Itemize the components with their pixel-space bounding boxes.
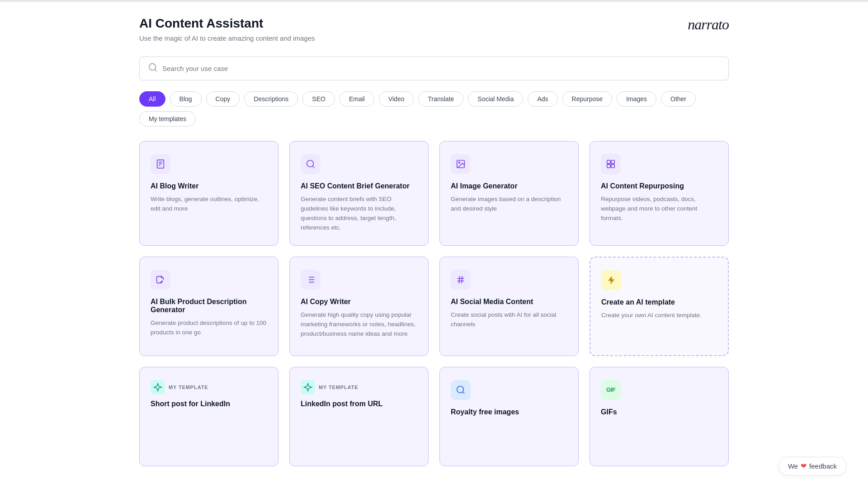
card-desc: Generate product descriptions of up to 1… bbox=[151, 319, 267, 338]
page-subtitle: Use the magic of AI to create amazing co… bbox=[139, 34, 315, 42]
filter-btn-other[interactable]: Other bbox=[661, 91, 696, 107]
card-title: AI Blog Writer bbox=[151, 182, 267, 190]
card-icon bbox=[601, 270, 621, 290]
card-1[interactable]: AI SEO Content Brief GeneratorGenerate c… bbox=[289, 141, 429, 246]
card-icon bbox=[451, 154, 471, 174]
row3-cards: MY TEMPLATE Short post for LinkedIn MY T… bbox=[139, 367, 729, 466]
card-title: AI Social Media Content bbox=[451, 298, 567, 306]
search-input[interactable] bbox=[162, 65, 720, 72]
card-title: LinkedIn post from URL bbox=[301, 400, 417, 408]
filter-btn-ads[interactable]: Ads bbox=[528, 91, 557, 107]
svg-line-25 bbox=[462, 392, 464, 394]
card-icon: GIF bbox=[601, 380, 621, 400]
filter-btn-video[interactable]: Video bbox=[379, 91, 414, 107]
my-template-label: MY TEMPLATE bbox=[169, 385, 208, 390]
svg-rect-2 bbox=[157, 160, 164, 168]
heart-icon: ❤ bbox=[801, 462, 807, 470]
my-template-badge: MY TEMPLATE bbox=[151, 380, 267, 394]
card-title: AI Content Repurposing bbox=[601, 182, 717, 190]
feedback-suffix: feedback bbox=[809, 462, 837, 470]
feedback-button[interactable]: We ❤ feedback bbox=[778, 457, 846, 475]
card-1[interactable]: AI Copy WriterGenerate high quality copy… bbox=[289, 257, 429, 356]
card-title: Short post for LinkedIn bbox=[151, 400, 267, 408]
filter-btn-blog[interactable]: Blog bbox=[170, 91, 202, 107]
card-desc: Create your own AI content template. bbox=[601, 311, 717, 320]
row1-cards: AI Blog WriterWrite blogs, generate outl… bbox=[139, 141, 729, 246]
svg-line-22 bbox=[459, 276, 460, 283]
my-template-label: MY TEMPLATE bbox=[319, 385, 359, 390]
card-title: Royalty free images bbox=[451, 408, 567, 416]
page-header: AI Content Assistant Use the magic of AI… bbox=[139, 16, 729, 42]
logo: narrato bbox=[688, 16, 729, 33]
filter-btn-copy[interactable]: Copy bbox=[206, 91, 240, 107]
svg-rect-12 bbox=[607, 164, 610, 168]
card-title: Create an AI template bbox=[601, 298, 717, 306]
template-icon bbox=[151, 380, 165, 394]
page-title: AI Content Assistant bbox=[139, 16, 315, 31]
svg-line-23 bbox=[462, 276, 462, 283]
svg-point-9 bbox=[458, 162, 460, 163]
card-desc: Repurpose videos, podcasts, docs, webpag… bbox=[601, 195, 717, 223]
card-2[interactable]: Royalty free images bbox=[439, 367, 579, 466]
card-icon bbox=[451, 380, 471, 400]
search-bar bbox=[139, 56, 729, 80]
card-3[interactable]: Create an AI templateCreate your own AI … bbox=[590, 257, 729, 356]
card-icon bbox=[151, 270, 170, 290]
filter-btn-images[interactable]: Images bbox=[617, 91, 656, 107]
svg-rect-10 bbox=[607, 160, 610, 164]
card-icon bbox=[151, 154, 170, 174]
svg-line-1 bbox=[155, 69, 156, 71]
card-title: AI Bulk Product Description Generator bbox=[151, 298, 267, 314]
card-icon bbox=[301, 270, 321, 290]
svg-point-0 bbox=[149, 64, 156, 70]
svg-point-24 bbox=[457, 386, 464, 393]
filter-btn-descriptions[interactable]: Descriptions bbox=[244, 91, 298, 107]
filter-btn-repurpose[interactable]: Repurpose bbox=[562, 91, 613, 107]
svg-rect-13 bbox=[611, 164, 614, 168]
card-title: AI Image Generator bbox=[451, 182, 567, 190]
filter-btn-email[interactable]: Email bbox=[340, 91, 374, 107]
svg-point-6 bbox=[307, 160, 314, 167]
card-2[interactable]: AI Social Media ContentCreate social pos… bbox=[439, 257, 579, 356]
row2-cards: AI Bulk Product Description GeneratorGen… bbox=[139, 257, 729, 356]
svg-line-7 bbox=[312, 166, 314, 168]
card-desc: Create social posts with AI for all soci… bbox=[451, 310, 567, 329]
card-2[interactable]: AI Image GeneratorGenerate images based … bbox=[439, 141, 579, 246]
card-1[interactable]: MY TEMPLATE LinkedIn post from URL bbox=[289, 367, 429, 466]
card-desc: Generate content briefs with SEO guideli… bbox=[301, 195, 417, 233]
card-desc: Write blogs, generate outlines, optimize… bbox=[151, 195, 267, 214]
search-icon bbox=[148, 62, 158, 75]
card-desc: Generate high quality copy using popular… bbox=[301, 310, 417, 339]
card-title: GIFs bbox=[601, 408, 717, 416]
card-icon bbox=[601, 154, 621, 174]
filter-btn-my-templates[interactable]: My templates bbox=[139, 111, 196, 127]
card-0[interactable]: AI Bulk Product Description GeneratorGen… bbox=[139, 257, 278, 356]
feedback-label: We bbox=[788, 462, 798, 470]
filter-btn-social-media[interactable]: Social Media bbox=[468, 91, 523, 107]
card-desc: Generate images based on a description a… bbox=[451, 195, 567, 214]
filter-btn-all[interactable]: All bbox=[139, 91, 165, 107]
filter-btn-translate[interactable]: Translate bbox=[418, 91, 463, 107]
card-0[interactable]: MY TEMPLATE Short post for LinkedIn bbox=[139, 367, 278, 466]
card-title: AI SEO Content Brief Generator bbox=[301, 182, 417, 190]
card-0[interactable]: AI Blog WriterWrite blogs, generate outl… bbox=[139, 141, 278, 246]
filter-btn-seo[interactable]: SEO bbox=[302, 91, 335, 107]
filter-bar: AllBlogCopyDescriptionsSEOEmailVideoTran… bbox=[139, 91, 729, 127]
svg-rect-11 bbox=[611, 160, 614, 164]
card-title: AI Copy Writer bbox=[301, 298, 417, 306]
card-icon bbox=[451, 270, 471, 290]
my-template-badge: MY TEMPLATE bbox=[301, 380, 417, 394]
template-icon bbox=[301, 380, 315, 394]
card-3[interactable]: AI Content RepurposingRepurpose videos, … bbox=[590, 141, 729, 246]
card-icon bbox=[301, 154, 321, 174]
card-3[interactable]: GIF GIFs bbox=[590, 367, 729, 466]
